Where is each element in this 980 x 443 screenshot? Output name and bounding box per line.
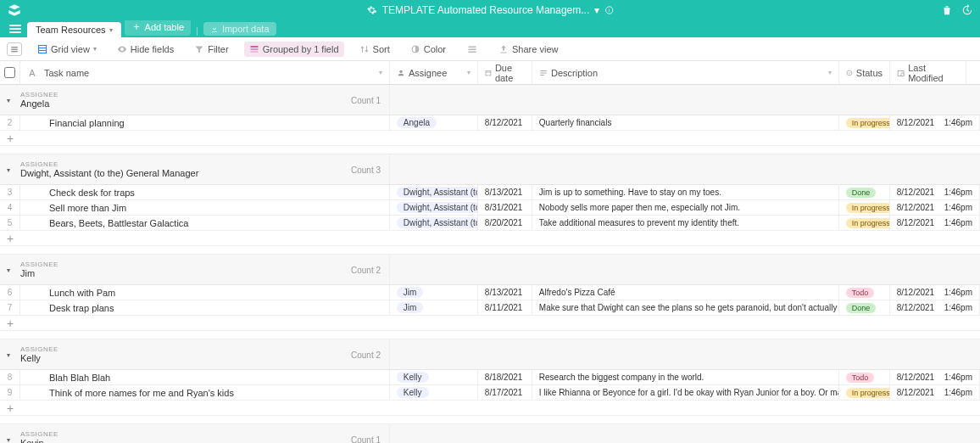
column-header-status[interactable]: Status <box>839 61 890 84</box>
share-view-button[interactable]: Share view <box>493 42 563 57</box>
group-count: Count 2 <box>351 265 381 274</box>
cell-lastmod-date: 8/12/2021 <box>890 185 938 199</box>
cell-assignee[interactable]: Kelly <box>390 370 478 384</box>
cell-description[interactable]: Quarterly financials <box>532 115 839 130</box>
filter-button[interactable]: Filter <box>189 42 233 57</box>
cell-assignee[interactable]: Dwight, Assistant (to th... <box>390 216 478 230</box>
cell-status[interactable]: In progress <box>839 216 890 230</box>
table-row[interactable]: 3 Check desk for traps Dwight, Assistant… <box>0 185 980 200</box>
table-row[interactable]: 9 Think of more names for me and Ryan's … <box>0 385 980 401</box>
cell-task[interactable]: Financial planning <box>20 115 390 130</box>
add-row-button[interactable]: + <box>0 231 980 246</box>
cell-status[interactable]: Todo <box>839 370 890 384</box>
add-row-button[interactable]: + <box>0 316 980 331</box>
chevron-down-icon[interactable]: ▾ <box>828 69 832 76</box>
column-header-assignee[interactable]: Assignee ▾ <box>390 61 478 84</box>
cell-status[interactable]: Done <box>839 185 890 199</box>
base-title[interactable]: TEMPLATE Automated Resource Managem... ▾… <box>367 4 614 16</box>
table-row[interactable]: 7 Desk trap plans Jim 8/11/2021 Make sur… <box>0 300 980 316</box>
cell-status[interactable]: In progress <box>839 200 890 215</box>
cell-description[interactable]: Alfredo's Pizza Café <box>532 285 839 300</box>
cell-due[interactable]: 8/12/2021 <box>478 115 532 130</box>
chevron-down-icon[interactable]: ▾ <box>379 69 382 76</box>
cell-due[interactable]: 8/13/2021 <box>478 285 532 300</box>
cell-description[interactable]: Make sure that Dwight can see the plans … <box>532 300 839 315</box>
cell-description[interactable]: Research the biggest company in the worl… <box>532 370 839 384</box>
cell-lastmod-time: 1:46pm <box>938 115 980 130</box>
table-row[interactable]: 2 Financial planning Angela 8/12/2021 Qu… <box>0 115 980 131</box>
group-header[interactable]: ▾ ASSIGNEE Kelly Count 2 <box>0 339 980 370</box>
cell-due[interactable]: 8/20/2021 <box>478 216 532 230</box>
cell-task[interactable]: Check desk for traps <box>20 185 390 199</box>
group-header[interactable]: ▾ ASSIGNEE Dwight, Assistant (to the) Ge… <box>0 154 980 185</box>
group-header[interactable]: ▾ ASSIGNEE Angela Count 1 <box>0 85 980 115</box>
views-sidebar-button[interactable] <box>7 42 22 56</box>
cell-task[interactable]: Lunch with Pam <box>20 285 390 300</box>
collapse-caret-icon[interactable]: ▾ <box>7 350 10 358</box>
import-data-button[interactable]: Import data <box>203 22 276 36</box>
table-tab-team-resources[interactable]: Team Resources ▾ <box>27 22 121 37</box>
row-height-button[interactable] <box>461 42 483 57</box>
collapse-caret-icon[interactable]: ▾ <box>7 96 10 104</box>
column-header-task[interactable]: A Task name ▾ <box>20 61 390 84</box>
group-header[interactable]: ▾ ASSIGNEE Kevin Count 1 <box>0 424 980 443</box>
cell-lastmod-time: 1:46pm <box>938 285 980 300</box>
column-header-due[interactable]: Due date <box>478 61 532 84</box>
cell-status[interactable]: Done <box>839 300 890 315</box>
cell-assignee[interactable]: Dwight, Assistant (to th... <box>390 200 478 215</box>
column-header-desc[interactable]: Description ▾ <box>532 61 839 84</box>
chevron-down-icon[interactable]: ▾ <box>467 69 471 76</box>
info-icon[interactable]: i <box>604 6 613 14</box>
row-height-icon <box>466 44 478 54</box>
group-header[interactable]: ▾ ASSIGNEE Jim Count 2 <box>0 255 980 285</box>
cell-description[interactable]: Nobody sells more paper then me, especia… <box>532 200 839 215</box>
table-row[interactable]: 5 Bears, Beets, Battlestar Galactica Dwi… <box>0 216 980 231</box>
add-row-button[interactable]: + <box>0 131 980 146</box>
sort-button[interactable]: Sort <box>354 42 395 57</box>
select-all-checkbox[interactable] <box>0 61 20 84</box>
cell-description[interactable]: I like Rhianna or Beyonce for a girl. I'… <box>532 385 839 400</box>
cell-assignee[interactable]: Jim <box>390 300 478 315</box>
add-table-button[interactable]: ＋ Add table <box>125 18 191 36</box>
group-gap <box>0 246 980 255</box>
cell-description[interactable]: Take additional measures to prevent my i… <box>532 216 839 230</box>
cell-description[interactable]: Jim is up to something. Have to stay on … <box>532 185 839 199</box>
cell-status[interactable]: In progress <box>839 385 890 400</box>
cell-task[interactable]: Think of more names for me and Ryan's ki… <box>20 385 390 400</box>
hide-fields-label: Hide fields <box>131 44 174 54</box>
cell-due[interactable]: 8/18/2021 <box>478 370 532 384</box>
table-row[interactable]: 8 Blah Blah Blah Kelly 8/18/2021 Researc… <box>0 370 980 385</box>
add-row-button[interactable]: + <box>0 401 980 416</box>
sidebar-toggle-icon[interactable] <box>7 20 24 37</box>
column-header-lastmod[interactable]: Last Modified <box>890 61 966 84</box>
table-row[interactable]: 4 Sell more than Jim Dwight, Assistant (… <box>0 200 980 216</box>
collapse-caret-icon[interactable]: ▾ <box>7 266 10 273</box>
cell-status[interactable]: Todo <box>839 285 890 300</box>
table-row[interactable]: 6 Lunch with Pam Jim 8/13/2021 Alfredo's… <box>0 285 980 300</box>
cell-task[interactable]: Desk trap plans <box>20 300 390 315</box>
cell-assignee[interactable]: Angela <box>390 115 478 130</box>
cell-due[interactable]: 8/31/2021 <box>478 200 532 215</box>
cell-lastmod-time: 1:46pm <box>938 200 980 215</box>
cell-task[interactable]: Bears, Beets, Battlestar Galactica <box>20 216 390 230</box>
color-button[interactable]: Color <box>405 42 451 57</box>
cell-assignee[interactable]: Jim <box>390 285 478 300</box>
cell-due[interactable]: 8/11/2021 <box>478 300 532 315</box>
cell-assignee[interactable]: Kelly <box>390 385 478 400</box>
hide-fields-button[interactable]: Hide fields <box>112 42 179 57</box>
cell-task[interactable]: Sell more than Jim <box>20 200 390 215</box>
group-field-label: ASSIGNEE <box>20 261 382 268</box>
cell-assignee[interactable]: Dwight, Assistant (to th... <box>390 185 478 199</box>
collapse-caret-icon[interactable]: ▾ <box>7 165 10 173</box>
color-icon <box>410 44 420 54</box>
cell-due[interactable]: 8/17/2021 <box>478 385 532 400</box>
cell-status[interactable]: In progress <box>839 115 890 130</box>
cell-task[interactable]: Blah Blah Blah <box>20 370 390 384</box>
trash-icon[interactable] <box>941 4 953 16</box>
view-switcher[interactable]: Grid view ▾ <box>32 42 102 57</box>
group-button[interactable]: Grouped by 1 field <box>244 42 344 57</box>
history-icon[interactable] <box>961 4 973 16</box>
collapse-caret-icon[interactable]: ▾ <box>7 435 10 443</box>
grid-body: ▾ ASSIGNEE Angela Count 1 2 Financial pl… <box>0 85 980 443</box>
cell-due[interactable]: 8/13/2021 <box>478 185 532 199</box>
